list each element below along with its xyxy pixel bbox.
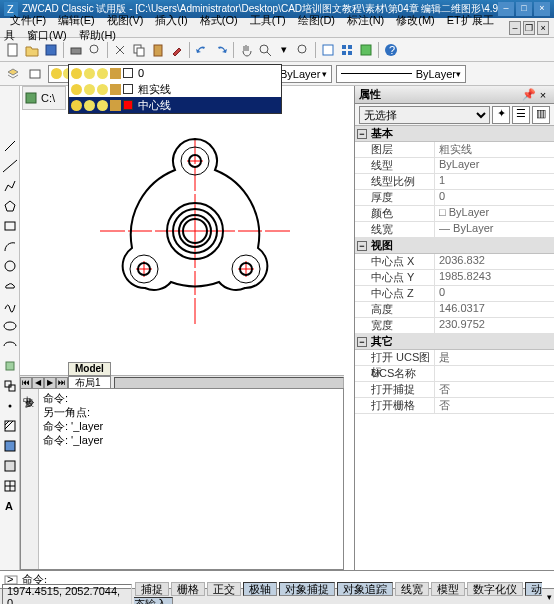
prop-row[interactable]: UCS名称 — [355, 366, 554, 382]
prop-row[interactable]: 图层粗实线 — [355, 142, 554, 158]
layer-row[interactable]: 粗实线 — [69, 81, 281, 97]
coordinates-display[interactable]: 1974.4515, 2052.7044, 0 — [2, 584, 132, 605]
layer-row[interactable]: 0 — [69, 65, 281, 81]
layer-manager-button[interactable] — [4, 65, 22, 83]
status-正交[interactable]: 正交 — [207, 582, 241, 596]
ellipse-tool[interactable] — [1, 317, 19, 335]
selection-combo[interactable]: 无选择 — [359, 106, 490, 124]
maximize-button[interactable]: □ — [516, 2, 532, 16]
collapse-icon[interactable]: − — [357, 337, 367, 347]
menu-标注[interactable]: 标注(N) — [341, 12, 390, 28]
designcenter-button[interactable] — [338, 41, 356, 59]
region-tool[interactable] — [1, 457, 19, 475]
tab-last-button[interactable]: ⏭ — [56, 377, 68, 389]
status-栅格[interactable]: 栅格 — [171, 582, 205, 596]
status-捕捉[interactable]: 捕捉 — [135, 582, 169, 596]
prop-category[interactable]: −基本 — [355, 126, 554, 142]
mdi-close-button[interactable]: × — [537, 21, 549, 35]
prop-row[interactable]: 高度146.0317 — [355, 302, 554, 318]
properties-button[interactable] — [319, 41, 337, 59]
hscrollbar[interactable] — [114, 377, 344, 389]
rect-tool[interactable] — [1, 217, 19, 235]
prop-row[interactable]: 中心点 Y1985.8243 — [355, 270, 554, 286]
menu-编辑[interactable]: 编辑(E) — [52, 12, 101, 28]
circle-tool[interactable] — [1, 257, 19, 275]
menu-文件[interactable]: 文件(F) — [4, 12, 52, 28]
zoom-realtime-button[interactable] — [256, 41, 274, 59]
arc-tool[interactable] — [1, 237, 19, 255]
prop-row[interactable]: 厚度0 — [355, 190, 554, 206]
properties-grid[interactable]: −基本图层粗实线线型ByLayer线型比例1厚度0颜色□ ByLayer线宽— … — [355, 126, 554, 570]
layer-state-button[interactable] — [26, 65, 44, 83]
undo-button[interactable] — [193, 41, 211, 59]
prop-row[interactable]: 打开捕捉否 — [355, 382, 554, 398]
prop-row[interactable]: 宽度230.9752 — [355, 318, 554, 334]
prop-row[interactable]: 线型ByLayer — [355, 158, 554, 174]
pline-tool[interactable] — [1, 177, 19, 195]
menu-插入[interactable]: 插入(I) — [149, 12, 193, 28]
new-button[interactable] — [4, 41, 22, 59]
makeblock-tool[interactable] — [1, 377, 19, 395]
xline-tool[interactable] — [1, 157, 19, 175]
copy-button[interactable] — [130, 41, 148, 59]
pan-button[interactable] — [237, 41, 255, 59]
command-window[interactable]: 最少 中 命令:另一角点:命令: '_layer命令: '_layer — [20, 388, 344, 570]
match-button[interactable] — [168, 41, 186, 59]
open-button[interactable] — [23, 41, 41, 59]
pin-icon[interactable]: 📌 — [522, 88, 536, 101]
insert-tool[interactable] — [1, 357, 19, 375]
zoom-prev-button[interactable] — [294, 41, 312, 59]
menu-视图[interactable]: 视图(V) — [101, 12, 150, 28]
collapse-icon[interactable]: − — [357, 129, 367, 139]
prop-row[interactable]: 线型比例1 — [355, 174, 554, 190]
linetype-combo[interactable]: ByLayer ▾ — [336, 65, 466, 83]
layer-dropdown-list[interactable]: 0粗实线中心线 — [68, 64, 282, 114]
mdi-restore-button[interactable]: ❐ — [523, 21, 535, 35]
gradient-tool[interactable] — [1, 437, 19, 455]
close-button[interactable]: × — [534, 2, 550, 16]
cut-button[interactable] — [111, 41, 129, 59]
mdi-minimize-button[interactable]: – — [509, 21, 521, 35]
prop-row[interactable]: 中心点 X2036.832 — [355, 254, 554, 270]
save-button[interactable] — [42, 41, 60, 59]
menu-格式[interactable]: 格式(O) — [194, 12, 244, 28]
ellipsearc-tool[interactable] — [1, 337, 19, 355]
prop-category[interactable]: −其它 — [355, 334, 554, 350]
spline-tool[interactable] — [1, 297, 19, 315]
collapse-icon[interactable]: − — [357, 241, 367, 251]
quickselect-button[interactable]: ✦ — [492, 106, 510, 124]
prop-row[interactable]: 中心点 Z0 — [355, 286, 554, 302]
tab-prev-button[interactable]: ◀ — [32, 377, 44, 389]
sheet-tab-Model[interactable]: Model — [68, 362, 111, 376]
status-极轴[interactable]: 极轴 — [243, 582, 277, 596]
status-对象追踪[interactable]: 对象追踪 — [337, 582, 393, 596]
selectobj-button[interactable]: ▥ — [532, 106, 550, 124]
toolpalette-button[interactable] — [357, 41, 375, 59]
hatch-tool[interactable] — [1, 417, 19, 435]
drawing-tree-tab[interactable]: C:\ — [22, 86, 66, 110]
menu-修改[interactable]: 修改(M) — [390, 12, 441, 28]
polygon-tool[interactable] — [1, 197, 19, 215]
prop-category[interactable]: −视图 — [355, 238, 554, 254]
mtext-tool[interactable]: A — [1, 497, 19, 515]
status-线宽[interactable]: 线宽 — [395, 582, 429, 596]
zoom-window-button[interactable]: ▾ — [275, 41, 293, 59]
pickadd-button[interactable]: ☰ — [512, 106, 530, 124]
redo-button[interactable] — [212, 41, 230, 59]
prop-row[interactable]: 打开 UCS图标是 — [355, 350, 554, 366]
status-对象捕捉[interactable]: 对象捕捉 — [279, 582, 335, 596]
menu-工具[interactable]: 工具(T) — [244, 12, 292, 28]
menu-绘图[interactable]: 绘图(D) — [292, 12, 341, 28]
point-tool[interactable] — [1, 397, 19, 415]
status-数字化仪[interactable]: 数字化仪 — [467, 582, 523, 596]
prop-row[interactable]: 打开栅格否 — [355, 398, 554, 414]
status-模型[interactable]: 模型 — [431, 582, 465, 596]
layer-row[interactable]: 中心线 — [69, 97, 281, 113]
tab-next-button[interactable]: ▶ — [44, 377, 56, 389]
preview-button[interactable] — [86, 41, 104, 59]
help-button[interactable]: ? — [382, 41, 400, 59]
paste-button[interactable] — [149, 41, 167, 59]
print-button[interactable] — [67, 41, 85, 59]
prop-row[interactable]: 颜色□ ByLayer — [355, 206, 554, 222]
line-tool[interactable] — [1, 137, 19, 155]
